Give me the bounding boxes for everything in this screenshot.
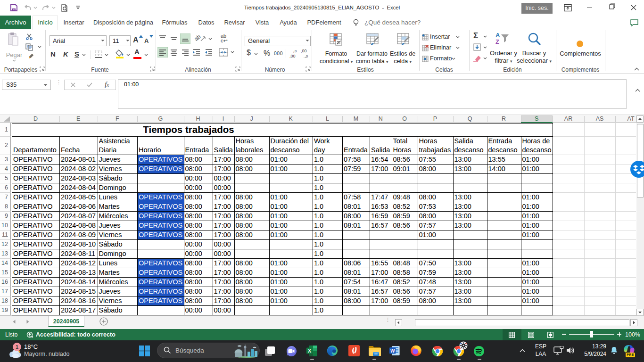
svg-text:,00: ,00 xyxy=(289,54,296,58)
svg-text:,00: ,00 xyxy=(301,49,307,53)
svg-text:0: 0 xyxy=(295,49,297,53)
svg-text:0: 0 xyxy=(306,54,308,58)
svg-text:W: W xyxy=(390,348,395,354)
svg-text:X: X xyxy=(308,348,311,354)
